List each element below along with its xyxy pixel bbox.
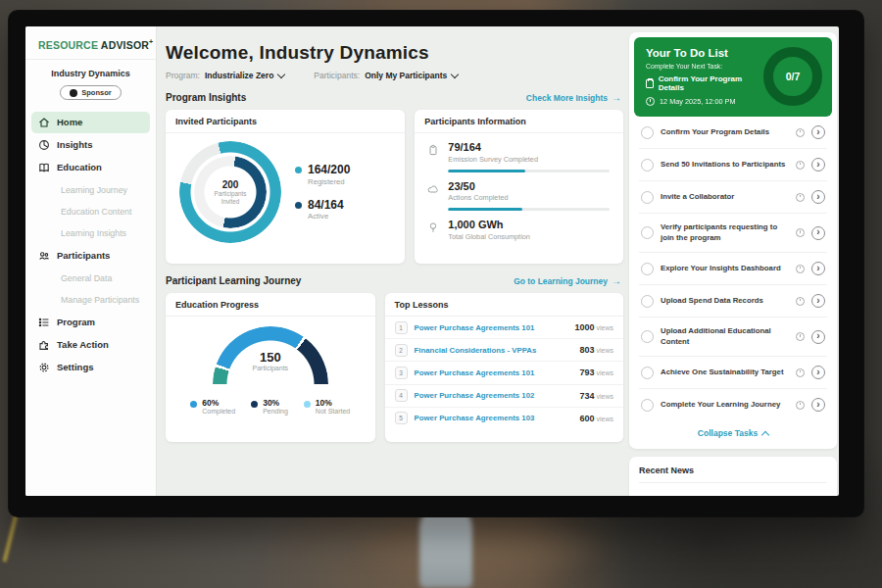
org-section: Industry Dynamics Sponsor — [25, 60, 156, 109]
task-row: Explore Your Insights Dashboard › — [639, 253, 827, 285]
card-title: Invited Participants — [166, 110, 405, 133]
legend-dot-not-started — [304, 401, 311, 408]
info-row: 23/50 Actions Completed — [415, 172, 623, 212]
sidebar-subitem-label: Learning Insights — [61, 228, 126, 238]
sidebar-item-learning-journey[interactable]: Learning Journey — [31, 179, 150, 201]
donut-center-label: Participants Invited — [209, 190, 252, 206]
sidebar-item-general-data[interactable]: General Data — [31, 268, 150, 289]
invited-legend: 164/200 Registered 84/164 Active — [295, 164, 350, 220]
sidebar-item-learning-insights[interactable]: Learning Insights — [31, 222, 150, 244]
task-label: Upload Additional Educational Content — [661, 326, 789, 347]
collapse-tasks-link[interactable]: Collapse Tasks — [634, 420, 832, 444]
task-label: Send 50 Invitations to Participants — [661, 160, 789, 171]
sidebar-item-label: Home — [57, 117, 82, 127]
task-label: Invite a Collaborator — [661, 192, 789, 203]
desk-glow — [353, 510, 608, 588]
sidebar-item-manage-participants[interactable]: Manage Participants — [31, 289, 150, 311]
invited-body: 200 Participants Invited 164/200 Registe… — [166, 133, 405, 243]
task-open-button[interactable]: › — [811, 330, 825, 344]
views-count: 793 — [579, 368, 594, 377]
task-row: Confirm Your Program Details › — [639, 117, 827, 149]
sidebar-item-participants[interactable]: Participants — [31, 245, 150, 267]
lesson-link[interactable]: Power Purchase Agreements 102 — [415, 391, 573, 400]
go-to-learning-journey-link[interactable]: Go to Learning Journey → — [514, 275, 621, 286]
task-checkbox[interactable] — [641, 226, 654, 239]
program-dropdown[interactable]: Program: Industrialize Zero — [166, 71, 284, 80]
task-checkbox[interactable] — [641, 191, 654, 204]
task-open-button[interactable]: › — [811, 158, 825, 172]
sidebar-subitem-label: Manage Participants — [61, 295, 139, 305]
task-open-button[interactable]: › — [811, 226, 825, 240]
todo-hero-text: Your To Do List Complete Your Next Task:… — [646, 47, 763, 106]
legend-value: 84/164 — [308, 199, 344, 212]
participants-information-card: Participants Information 79/164 Emission… — [415, 110, 623, 264]
sidebar: RESOURCE ADVISOR+ Industry Dynamics Spon… — [25, 26, 157, 496]
task-open-button[interactable]: › — [811, 398, 825, 412]
lesson-link[interactable]: Power Purchase Agreements 101 — [415, 368, 573, 377]
sidebar-item-program[interactable]: Program — [31, 312, 150, 333]
app-logo[interactable]: RESOURCE ADVISOR+ — [25, 26, 156, 60]
sidebar-item-take-action[interactable]: Take Action — [31, 334, 150, 356]
participants-value: Only My Participants — [365, 71, 447, 80]
task-open-button[interactable]: › — [811, 125, 825, 139]
views-count: 734 — [579, 391, 594, 401]
legend-item: 10% Not Started — [304, 398, 350, 415]
task-checkbox[interactable] — [641, 263, 654, 275]
lesson-link[interactable]: Financial Considerations - VPPAs — [415, 346, 573, 355]
task-checkbox[interactable] — [641, 126, 654, 139]
task-clock-icon — [796, 332, 805, 341]
legend-dot-pending — [251, 401, 258, 408]
sidebar-nav: Home Insights Education Learning Journey… — [25, 109, 156, 381]
participants-icon — [38, 250, 50, 262]
legend-dot-completed — [190, 401, 197, 408]
task-checkbox[interactable] — [641, 330, 654, 343]
learning-journey-header: Participant Learning Journey Go to Learn… — [166, 275, 621, 286]
sidebar-item-education[interactable]: Education — [31, 157, 150, 178]
task-clock-icon — [796, 297, 805, 306]
lesson-link[interactable]: Power Purchase Agreements 101 — [415, 323, 568, 332]
todo-title: Your To Do List — [646, 47, 763, 59]
task-open-button[interactable]: › — [811, 190, 825, 204]
education-gauge-chart: 150 Participants — [213, 326, 328, 384]
sidebar-item-label: Insights — [57, 139, 92, 150]
participants-label: Participants: — [314, 71, 360, 80]
lesson-views: 803views — [579, 345, 613, 355]
lesson-row: 5 Power Purchase Agreements 103 600views — [385, 408, 623, 429]
task-checkbox[interactable] — [641, 367, 654, 379]
legend-item: 164/200 Registered — [295, 164, 350, 185]
sidebar-item-label: Education — [57, 162, 102, 172]
task-checkbox[interactable] — [641, 399, 654, 412]
task-open-button[interactable]: › — [811, 294, 825, 308]
participants-dropdown[interactable]: Participants: Only My Participants — [314, 71, 458, 80]
info-value: 23/50 — [448, 180, 610, 193]
insights-cards-row: Invited Participants 200 Participants In… — [166, 110, 623, 264]
task-checkbox[interactable] — [641, 159, 654, 172]
task-label: Explore Your Insights Dashboard — [661, 264, 789, 274]
sidebar-subitem-label: Learning Journey — [61, 185, 127, 195]
views-count: 803 — [579, 345, 594, 355]
legend-label: Pending — [263, 408, 288, 415]
sidebar-item-home[interactable]: Home — [31, 112, 150, 133]
views-label: views — [596, 393, 613, 400]
lesson-views: 600views — [579, 414, 613, 423]
survey-icon — [426, 141, 440, 172]
task-checkbox[interactable] — [641, 295, 654, 308]
collapse-label: Collapse Tasks — [698, 428, 758, 438]
donut-center-value: 200 — [222, 179, 239, 190]
lesson-rank: 5 — [395, 412, 408, 424]
task-clock-icon — [796, 228, 805, 237]
lesson-link[interactable]: Power Purchase Agreements 103 — [415, 414, 573, 422]
task-open-button[interactable]: › — [811, 366, 825, 379]
lesson-rank: 1 — [395, 321, 408, 334]
check-more-insights-link[interactable]: Check More Insights → — [526, 92, 621, 103]
info-main: 1,000 GWh Total Global Consumption — [448, 219, 610, 241]
task-open-button[interactable]: › — [811, 262, 825, 275]
card-title: Education Progress — [166, 293, 375, 317]
task-row: Upload Additional Educational Content › — [639, 318, 827, 357]
home-icon — [38, 117, 50, 128]
task-label: Complete Your Learning Journey — [661, 400, 789, 411]
sidebar-item-insights[interactable]: Insights — [31, 134, 150, 156]
sidebar-item-settings[interactable]: Settings — [31, 357, 150, 378]
lesson-views: 734views — [579, 391, 613, 401]
sidebar-item-education-content[interactable]: Education Content — [31, 201, 150, 222]
